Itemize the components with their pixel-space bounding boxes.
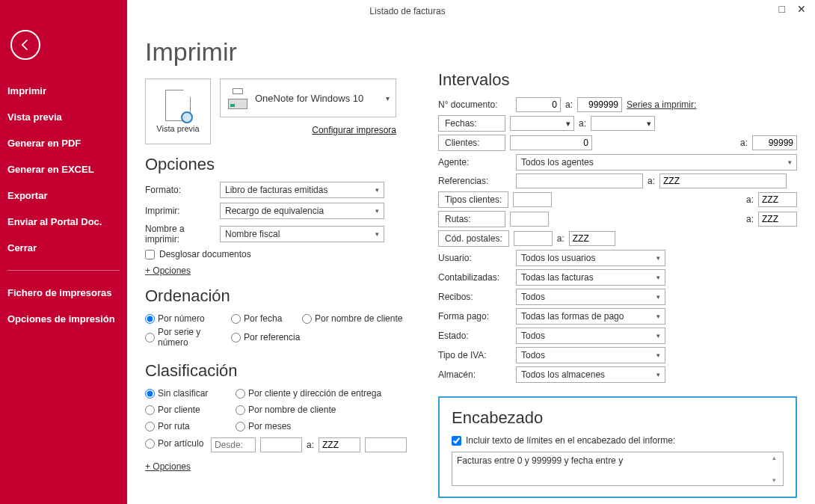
orden-numero[interactable]: Por número: [145, 313, 231, 324]
window-controls: □ ✕: [776, 3, 809, 15]
clientes-from-input[interactable]: [510, 135, 592, 150]
referencias-label: Referencias:: [438, 176, 511, 186]
a-label: a:: [565, 99, 573, 110]
a-label: a:: [746, 194, 754, 205]
cp-from-input[interactable]: [514, 231, 553, 246]
chevron-down-icon: ▾: [656, 313, 660, 320]
close-icon[interactable]: ✕: [794, 3, 809, 15]
contabilizadas-label: Contabilizadas:: [438, 272, 511, 283]
usuario-select[interactable]: Todos los usuarios▾: [516, 250, 665, 266]
mas-opciones-clasif-link[interactable]: + Opciones: [145, 461, 191, 472]
clasif-sin-clasificar[interactable]: Sin clasificar: [145, 388, 231, 399]
sidebar-item-generar-excel[interactable]: Generar en EXCEL: [0, 156, 127, 182]
vista-previa-button[interactable]: Vista previa: [145, 79, 211, 144]
ndoc-to-input[interactable]: [577, 97, 622, 112]
cp-to-input[interactable]: [569, 231, 615, 246]
a-label: a:: [557, 233, 565, 244]
orden-serie-numero[interactable]: Por serie y número: [145, 327, 231, 348]
chevron-down-icon: ▾: [386, 94, 390, 102]
encabezado-textarea[interactable]: Facturas entre 0 y 999999 y fecha entre …: [452, 452, 784, 486]
orden-fecha[interactable]: Por fecha: [231, 313, 302, 324]
a-extra-input[interactable]: [365, 437, 407, 452]
clasif-nombre-cliente[interactable]: Por nombre de cliente: [236, 405, 393, 415]
clasif-cliente[interactable]: Por cliente: [145, 405, 231, 415]
sidebar: Imprimir Vista previa Generar en PDF Gen…: [0, 0, 127, 504]
sidebar-item-vista-previa[interactable]: Vista previa: [0, 104, 127, 130]
agente-label: Agente:: [438, 157, 511, 168]
chevron-down-icon: ▾: [656, 254, 660, 262]
rutas-button[interactable]: Rutas:: [438, 211, 505, 227]
sidebar-item-cerrar[interactable]: Cerrar: [0, 235, 127, 261]
configurar-impresora-link[interactable]: Configurar impresora: [220, 125, 396, 135]
desglosar-label: Desglosar documentos: [159, 249, 251, 259]
sidebar-item-imprimir[interactable]: Imprimir: [0, 78, 127, 104]
cpostales-button[interactable]: Cód. postales:: [438, 230, 509, 247]
orden-referencia[interactable]: Por referencia: [231, 327, 343, 348]
formapago-label: Forma pago:: [438, 311, 511, 322]
clasif-articulo[interactable]: Por artículo: [145, 438, 206, 449]
sidebar-item-enviar-portal[interactable]: Enviar al Portal Doc.: [0, 209, 127, 235]
sidebar-item-exportar[interactable]: Exportar: [0, 182, 127, 209]
almacen-select[interactable]: Todos los almacenes▾: [516, 366, 665, 383]
tipos-clientes-button[interactable]: Tipos clientes:: [438, 191, 508, 208]
refs-from-input[interactable]: [516, 173, 643, 188]
contabilizadas-select[interactable]: Todas las facturas▾: [516, 269, 665, 286]
sidebar-item-generar-pdf[interactable]: Generar en PDF: [0, 130, 127, 156]
incluir-limites-checkbox[interactable]: [452, 436, 461, 446]
tipos-cli-to-input[interactable]: [758, 192, 797, 207]
chevron-down-icon: ▾: [656, 351, 660, 359]
back-button[interactable]: [10, 30, 40, 60]
rutas-from-input[interactable]: [510, 212, 549, 227]
tipos-cli-from-input[interactable]: [513, 192, 552, 207]
refs-to-input[interactable]: [659, 173, 787, 188]
scrollbar[interactable]: ▴▾: [772, 454, 781, 484]
formapago-select[interactable]: Todas las formas de pago▾: [516, 308, 665, 325]
a-label: a:: [579, 118, 586, 129]
agente-select[interactable]: Todos los agentes▾: [516, 154, 797, 170]
printer-select[interactable]: OneNote for Windows 10 ▾: [220, 79, 396, 117]
usuario-label: Usuario:: [438, 253, 511, 263]
tipoiva-select[interactable]: Todos▾: [516, 347, 665, 363]
incluir-limites-label: Incluir texto de límites en el encabezad…: [466, 435, 675, 446]
chevron-down-icon: ▾: [788, 159, 792, 166]
imprimir-label: Imprimir:: [145, 206, 220, 216]
chevron-down-icon: ▾: [656, 332, 660, 339]
series-link[interactable]: Series a imprimir:: [627, 99, 696, 110]
orden-nombre-cliente[interactable]: Por nombre de cliente: [302, 313, 414, 324]
clientes-to-input[interactable]: [752, 135, 797, 150]
rutas-to-input[interactable]: [758, 212, 797, 227]
a-label: a:: [307, 440, 314, 450]
imprimir-select[interactable]: Recargo de equivalencia▾: [220, 203, 384, 219]
recibos-label: Recibos:: [438, 292, 511, 302]
encabezado-panel: Encabezado Incluir texto de límites en e…: [438, 396, 797, 498]
nombre-imprimir-select[interactable]: Nombre fiscal▾: [220, 226, 384, 242]
chevron-down-icon: ▾: [656, 293, 660, 301]
ordenacion-heading: Ordenación: [145, 286, 414, 306]
recibos-select[interactable]: Todos▾: [516, 289, 665, 305]
sidebar-item-fichero-impresoras[interactable]: Fichero de impresoras: [0, 280, 127, 306]
formato-label: Formato:: [145, 185, 220, 195]
chevron-down-icon: ▾: [647, 119, 651, 129]
ndoc-from-input[interactable]: [516, 97, 561, 112]
a-label: a:: [740, 138, 748, 148]
encabezado-heading: Encabezado: [452, 408, 784, 428]
clasif-ruta[interactable]: Por ruta: [145, 421, 231, 431]
clientes-button[interactable]: Clientes:: [438, 135, 505, 151]
desde-input[interactable]: [211, 437, 256, 452]
mas-opciones-link[interactable]: + Opciones: [145, 265, 191, 276]
maximize-icon[interactable]: □: [776, 3, 788, 15]
formato-select[interactable]: Libro de facturas emitidas▾: [220, 182, 384, 198]
desglosar-checkbox[interactable]: [145, 250, 155, 259]
clasif-cliente-direccion[interactable]: Por cliente y dirección de entrega: [236, 388, 393, 399]
a-input[interactable]: [319, 437, 360, 452]
estado-select[interactable]: Todos▾: [516, 328, 665, 344]
clasif-meses[interactable]: Por meses: [236, 421, 393, 431]
sidebar-item-opciones-impresion[interactable]: Opciones de impresión: [0, 306, 127, 332]
chevron-down-icon: ▾: [375, 186, 379, 194]
fechas-button[interactable]: Fechas:: [438, 115, 505, 132]
fecha-from-input[interactable]: ▾: [510, 116, 574, 131]
fecha-to-input[interactable]: ▾: [591, 116, 655, 131]
printer-icon: [228, 90, 247, 106]
chevron-down-icon: ▾: [566, 119, 570, 129]
desde-extra-input[interactable]: [260, 437, 302, 452]
